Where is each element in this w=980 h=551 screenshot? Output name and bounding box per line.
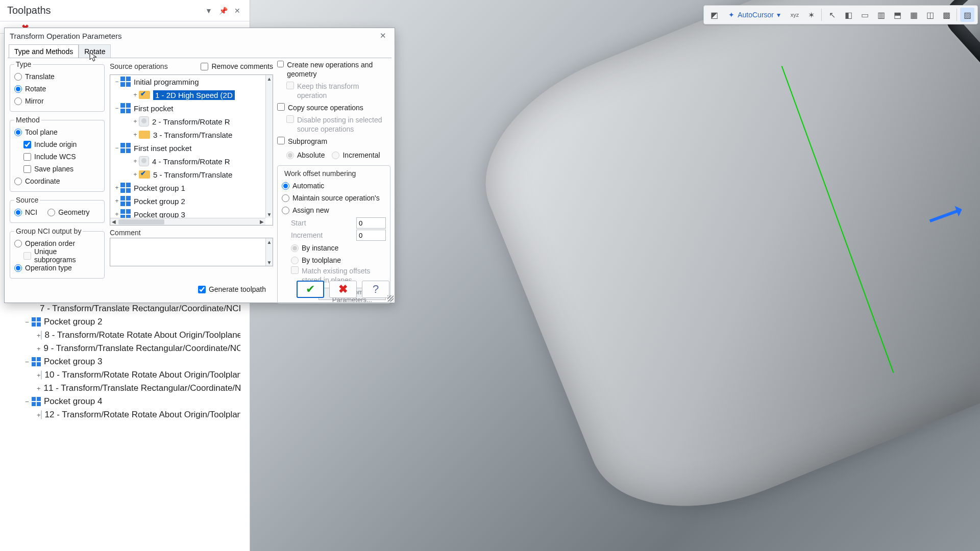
- tree-node[interactable]: +Pocket group 3: [110, 208, 265, 218]
- source-ops-tree[interactable]: −Initial programming+1 - 2D High Speed (…: [110, 74, 273, 226]
- check-generate-toolpath[interactable]: Generate toolpath: [198, 283, 266, 295]
- type-group: Type Translate Rotate Mirror: [10, 60, 105, 112]
- dock-titlebar: Toolpaths ▼ 📌 ✕: [0, 0, 250, 21]
- selection-toolbar: ◩ ✦ AutoCursor ▾ xyz ✶ ↖ ◧ ▭ ▥ ⬒ ▦ ◫ ▩ ▨: [703, 5, 978, 24]
- toolpath-tree-row[interactable]: −Pocket group 4: [0, 395, 240, 408]
- check-keep-transform: Keep this transform operation: [286, 82, 390, 100]
- group-nci-group: Group NCI output by Operation order Uniq…: [10, 227, 105, 279]
- tree-node[interactable]: +1 - 2D High Speed (2D: [110, 88, 265, 102]
- radio-by-instance: By instance: [291, 242, 386, 254]
- comment-textarea[interactable]: ▲▼: [110, 238, 273, 266]
- radio-incremental: Incremental: [332, 149, 380, 161]
- check-copy-source[interactable]: Copy source operations: [277, 103, 390, 112]
- radio-geometry[interactable]: Geometry: [47, 206, 89, 218]
- dialog-title-text: Transform Operation Parameters: [10, 32, 122, 40]
- scrollbar-vertical[interactable]: ▲▼: [265, 75, 273, 218]
- group-nci-legend: Group NCI output by: [14, 227, 83, 235]
- toolpath-tree-row[interactable]: +11 - Transform/Translate Rectangular/Co…: [0, 382, 240, 395]
- radio-mirror[interactable]: Mirror: [14, 95, 100, 107]
- close-icon[interactable]: ✕: [232, 6, 242, 16]
- tree-node[interactable]: +Pocket group 1: [110, 181, 265, 194]
- cursor-icon[interactable]: ↖: [825, 8, 839, 22]
- check-save-planes[interactable]: Save planes: [23, 163, 100, 175]
- transform-dialog: Transform Operation Parameters ✕ Type an…: [4, 28, 395, 303]
- type-legend: Type: [14, 60, 33, 68]
- dialog-footer: Generate toolpath ✔ ✖ ?: [5, 279, 395, 299]
- tree-node[interactable]: +5 - Transform/Translate: [110, 168, 265, 181]
- resize-grip[interactable]: [387, 295, 394, 302]
- mesh-select-icon[interactable]: ▩: [939, 8, 953, 22]
- dialog-titlebar[interactable]: Transform Operation Parameters ✕: [5, 28, 395, 43]
- radio-rotate[interactable]: Rotate: [14, 83, 100, 95]
- body-select-icon[interactable]: ◫: [923, 8, 937, 22]
- tab-rotate[interactable]: Rotate: [79, 44, 111, 58]
- radio-absolute: Absolute: [286, 149, 325, 161]
- pin-icon[interactable]: 📌: [218, 6, 228, 16]
- check-create-new[interactable]: Create new operations and geometry: [277, 60, 390, 79]
- increment-input[interactable]: [356, 230, 386, 241]
- toolpath-tree-row[interactable]: −Pocket group 3: [0, 355, 240, 368]
- scrollbar-vertical[interactable]: ▲▼: [265, 238, 273, 266]
- toolpath-tree-row[interactable]: +10 - Transform/Rotate Rotate About Orig…: [0, 368, 240, 382]
- dock-title-text: Toolpaths: [7, 5, 51, 16]
- source-legend: Source: [14, 196, 40, 204]
- radio-by-toolplane: By toolplane: [291, 254, 386, 266]
- tree-node[interactable]: +Pocket group 2: [110, 194, 265, 208]
- ok-button[interactable]: ✔: [297, 281, 324, 298]
- source-group: Source NCI Geometry: [10, 196, 105, 223]
- toolpath-tree-row[interactable]: +8 - Transform/Rotate Rotate About Origi…: [0, 329, 240, 342]
- check-subprogram[interactable]: Subprogram: [277, 137, 390, 146]
- radio-toolplane[interactable]: Tool plane: [14, 126, 100, 138]
- start-label: Start: [291, 219, 306, 227]
- start-input[interactable]: [356, 217, 386, 229]
- autocursor-label: AutoCursor: [738, 11, 774, 19]
- tree-node[interactable]: +3 - Transform/Translate: [110, 128, 265, 141]
- face-select-icon[interactable]: ▥: [874, 8, 888, 22]
- dialog-tabs: Type and Methods Rotate: [5, 43, 395, 58]
- toolpath-tree-row[interactable]: −Pocket group 2: [0, 315, 240, 329]
- radio-assign-new[interactable]: Assign new: [282, 204, 386, 216]
- toggle-icon[interactable]: ◩: [707, 8, 721, 22]
- xyz-icon[interactable]: xyz: [788, 8, 802, 22]
- tree-node[interactable]: −Initial programming: [110, 75, 265, 88]
- comment-label: Comment: [110, 229, 273, 237]
- radio-automatic[interactable]: Automatic: [282, 180, 386, 192]
- edge-select-icon[interactable]: ▭: [857, 8, 872, 22]
- dropdown-icon[interactable]: ▼: [204, 6, 214, 16]
- wire-select-icon[interactable]: ▦: [906, 8, 921, 22]
- tab-type-and-methods[interactable]: Type and Methods: [9, 44, 79, 58]
- radio-nci[interactable]: NCI: [14, 206, 37, 218]
- toolpaths-tree[interactable]: 7 - Transform/Translate Rectangular/Coor…: [0, 302, 240, 551]
- check-unique-subprograms: Unique subprograms: [23, 249, 100, 262]
- radio-coordinate[interactable]: Coordinate: [14, 175, 100, 187]
- method-legend: Method: [14, 116, 41, 124]
- source-ops-label: Source operations: [110, 62, 168, 70]
- check-include-origin[interactable]: Include origin: [23, 138, 100, 151]
- dialog-close-button[interactable]: ✕: [376, 30, 389, 41]
- toolpath-tree-row[interactable]: +9 - Transform/Translate Rectangular/Coo…: [0, 342, 240, 355]
- work-offset-legend: Work offset numbering: [283, 169, 357, 178]
- check-disable-posting: Disable posting in selectedsource operat…: [286, 115, 390, 134]
- tree-node[interactable]: +2 - Transform/Rotate R: [110, 115, 265, 128]
- gear-icon[interactable]: ✶: [804, 8, 818, 22]
- toolpath-tree-row[interactable]: +12 - Transform/Rotate Rotate About Orig…: [0, 408, 240, 421]
- check-include-wcs[interactable]: Include WCS: [23, 151, 100, 163]
- chain-select-icon[interactable]: ⬒: [890, 8, 904, 22]
- tab-rotate-label: Rotate: [84, 47, 105, 56]
- toolpath-tree-row[interactable]: 7 - Transform/Translate Rectangular/Coor…: [0, 302, 240, 315]
- scrollbar-horizontal[interactable]: ◀▶: [110, 218, 265, 225]
- solid-select-icon[interactable]: ◧: [841, 8, 855, 22]
- part-body: [455, 0, 980, 545]
- tree-node[interactable]: +4 - Transform/Rotate R: [110, 155, 265, 168]
- autocursor-dropdown[interactable]: ✦ AutoCursor ▾: [723, 8, 786, 22]
- radio-maintain[interactable]: Maintain source operation's: [282, 192, 386, 204]
- radio-translate[interactable]: Translate: [14, 70, 100, 83]
- method-group: Method Tool plane Include origin Include…: [10, 116, 105, 192]
- increment-label: Increment: [291, 231, 323, 239]
- tree-node[interactable]: −First pocket: [110, 102, 265, 115]
- cancel-button[interactable]: ✖: [329, 281, 357, 298]
- help-button[interactable]: ?: [362, 281, 389, 298]
- tree-node[interactable]: −First inset pocket: [110, 141, 265, 155]
- check-remove-comments[interactable]: Remove comments: [201, 60, 273, 72]
- active-mode-icon[interactable]: ▨: [960, 8, 974, 22]
